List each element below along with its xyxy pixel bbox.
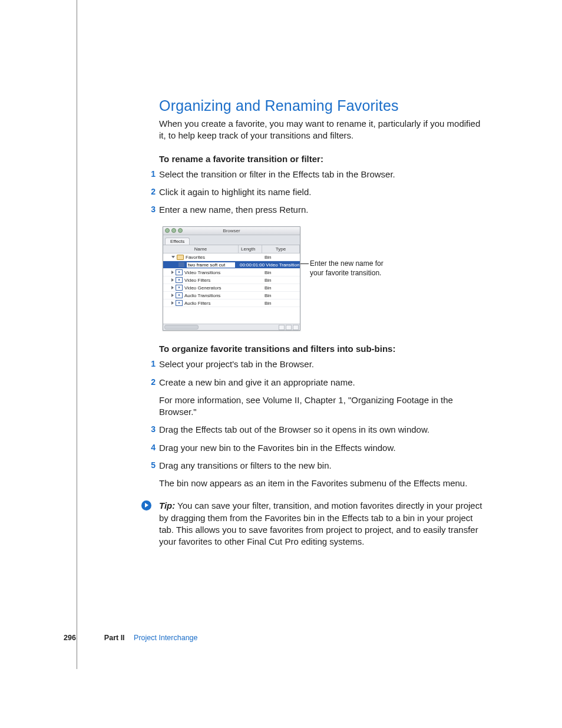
table-row[interactable]: aAudio TransitionsBin: [163, 292, 300, 299]
rows-spacer: [163, 307, 300, 324]
col-length[interactable]: Length: [239, 245, 262, 253]
margin-rule: [77, 0, 77, 669]
chevron-right-icon[interactable]: [171, 286, 174, 289]
step-number: 5: [146, 460, 156, 471]
step-number: 3: [146, 204, 156, 215]
browser-titlebar: Browser: [163, 227, 300, 235]
step-item: 5Drag any transitions or filters to the …: [159, 460, 489, 490]
row-label: Video Transitions: [184, 270, 220, 275]
browser-window: Browser Effects Name Length Type Favorit…: [163, 226, 300, 331]
step-number: 1: [146, 358, 156, 370]
step-item: 1Select the transition or filter in the …: [159, 169, 489, 180]
scrollbar[interactable]: [163, 324, 300, 330]
table-row[interactable]: aVideo GeneratorsBin: [163, 284, 300, 292]
cell-name: aVideo Filters: [163, 277, 239, 283]
bin-icon: a: [176, 277, 183, 283]
cell-type: Bin: [263, 301, 300, 306]
step-number: 2: [146, 377, 156, 388]
tip-block: Tip: You can save your filter, transitio…: [159, 500, 489, 548]
bin-icon: a: [176, 269, 183, 275]
page-heading: Organizing and Renaming Favorites: [159, 97, 489, 114]
table-row[interactable]: FavoritesBin: [163, 253, 300, 261]
table-row[interactable]: aVideo TransitionsBin: [163, 269, 300, 276]
rename-steps: 1Select the transition or filter in the …: [159, 169, 489, 216]
cell-type: Bin: [263, 278, 300, 283]
bin-icon: a: [176, 285, 183, 291]
chevron-right-icon[interactable]: [171, 301, 174, 305]
table-row[interactable]: aAudio FiltersBin: [163, 299, 300, 307]
bin-icon: a: [176, 300, 183, 306]
step-number: 3: [146, 424, 156, 435]
scroll-thumb[interactable]: [164, 325, 199, 330]
folder-icon: [177, 255, 184, 260]
tip-label: Tip:: [159, 500, 175, 510]
row-label: Video Filters: [184, 278, 210, 283]
browser-tabbar: Effects: [163, 235, 300, 245]
step-item: 4Drag your new bin to the Favorites bin …: [159, 442, 489, 454]
step-follow: The bin now appears as an item in the Fa…: [159, 477, 489, 489]
zoom-icon: [178, 228, 183, 233]
step-item: 2Create a new bin and give it an appropr…: [159, 377, 489, 419]
minimize-icon: [171, 228, 176, 233]
row-label: Video Generators: [184, 285, 222, 291]
rename-input[interactable]: two frame soft cut: [186, 262, 236, 268]
tip-text: You can save your filter, transition, an…: [159, 500, 482, 546]
step-item: 1Select your project's tab in the Browse…: [159, 358, 489, 370]
cell-name: Favorites: [163, 255, 239, 260]
cell-type: Bin: [263, 270, 300, 275]
step-item: 2Click it again to highlight its name fi…: [159, 186, 489, 198]
column-headers: Name Length Type: [163, 245, 300, 253]
organize-subhead: To organize favorite transitions and fil…: [159, 344, 489, 354]
page-number: 296: [64, 634, 76, 642]
intro-paragraph: When you create a favorite, you may want…: [159, 118, 489, 142]
part-label: Part II: [104, 634, 125, 642]
step-number: 1: [146, 169, 156, 180]
cell-type: Bin: [263, 255, 300, 260]
transition-icon: [178, 262, 184, 267]
row-label: Favorites: [186, 255, 205, 260]
row-label: Audio Transitions: [184, 293, 220, 298]
part-title: Project Interchange: [134, 634, 197, 642]
chevron-down-icon[interactable]: [171, 256, 175, 258]
chevron-right-icon[interactable]: [171, 278, 174, 282]
cell-name: aAudio Filters: [163, 300, 239, 306]
step-number: 4: [146, 442, 156, 453]
step-number: 2: [146, 186, 156, 197]
cell-name: aAudio Transitions: [163, 292, 239, 298]
col-type[interactable]: Type: [262, 245, 300, 253]
table-row[interactable]: two frame soft cut00:00:01:00Video Trans…: [163, 261, 300, 269]
cell-name: aVideo Transitions: [163, 269, 239, 275]
rename-subhead: To rename a favorite transition or filte…: [159, 154, 489, 164]
window-controls: [165, 228, 183, 233]
page-footer: 296 Part II Project Interchange: [64, 634, 198, 642]
bin-icon: a: [176, 292, 183, 298]
organize-steps: 1Select your project's tab in the Browse…: [159, 358, 489, 489]
window-title: Browser: [223, 228, 240, 233]
cell-name: two frame soft cut: [163, 262, 239, 268]
browser-rows: FavoritesBintwo frame soft cut00:00:01:0…: [163, 253, 300, 307]
close-icon: [165, 228, 170, 233]
table-row[interactable]: aVideo FiltersBin: [163, 276, 300, 284]
scroll-arrows[interactable]: [279, 325, 299, 330]
step-item: 3Drag the Effects tab out of the Browser…: [159, 424, 489, 436]
figure-callout: Enter the new name for your favorite tra…: [310, 259, 392, 278]
col-name[interactable]: Name: [163, 245, 239, 253]
cell-length: 00:00:01:00: [239, 262, 265, 268]
browser-figure: Browser Effects Name Length Type Favorit…: [163, 226, 489, 331]
cell-name: aVideo Generators: [163, 285, 239, 291]
cell-type: Video Transition: [265, 262, 300, 268]
step-item: 3Enter a new name, then press Return.: [159, 204, 489, 216]
effects-tab[interactable]: Effects: [165, 238, 190, 245]
chevron-right-icon[interactable]: [171, 294, 174, 297]
play-icon: [141, 500, 151, 510]
cell-type: Bin: [263, 293, 300, 298]
step-follow: For more information, see Volume II, Cha…: [159, 394, 489, 419]
cell-type: Bin: [263, 285, 300, 291]
chevron-right-icon[interactable]: [171, 271, 174, 274]
row-label: Audio Filters: [184, 301, 210, 306]
